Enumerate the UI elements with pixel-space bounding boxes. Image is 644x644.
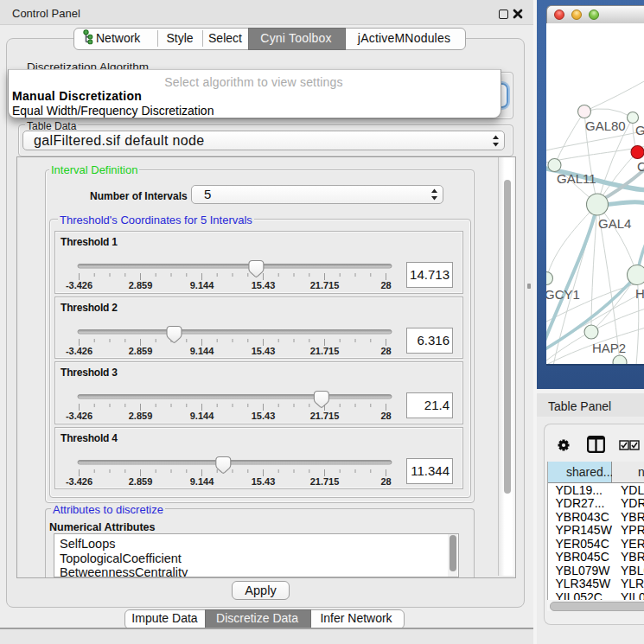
svg-text:2.859: 2.859 [129,411,153,421]
svg-text:15.43: 15.43 [252,411,276,421]
svg-text:GAL80: GAL80 [585,118,626,133]
svg-text:28: 28 [380,476,391,487]
svg-text:15.43: 15.43 [252,346,276,356]
svg-text:21.715: 21.715 [310,346,340,356]
svg-text:28: 28 [380,346,391,356]
svg-text:15.43: 15.43 [252,280,276,290]
svg-text:21.715: 21.715 [310,476,340,487]
svg-text:21.715: 21.715 [310,411,340,421]
svg-text:-3.426: -3.426 [66,280,92,290]
svg-text:-3.426: -3.426 [66,411,92,421]
svg-text:2.859: 2.859 [129,346,153,356]
svg-text:C: C [637,159,644,174]
svg-text:15.43: 15.43 [252,476,276,487]
svg-text:GAL4: GAL4 [598,216,631,231]
svg-text:2.859: 2.859 [129,280,153,290]
svg-text:28: 28 [380,280,391,290]
svg-text:21.715: 21.715 [310,280,340,290]
svg-text:GCY1: GCY1 [546,287,580,302]
svg-text:HAP2: HAP2 [592,341,626,355]
svg-text:9.144: 9.144 [190,280,214,290]
svg-text:-3.426: -3.426 [66,346,92,356]
svg-text:-3.426: -3.426 [66,476,92,487]
svg-text:9.144: 9.144 [190,346,214,356]
svg-text:GAL11: GAL11 [557,171,596,186]
svg-text:G.: G. [635,123,644,137]
svg-text:2.859: 2.859 [129,476,153,487]
svg-text:9.144: 9.144 [190,476,214,487]
svg-text:28: 28 [380,411,391,421]
svg-text:HA: HA [635,286,644,301]
svg-text:9.144: 9.144 [190,411,214,421]
